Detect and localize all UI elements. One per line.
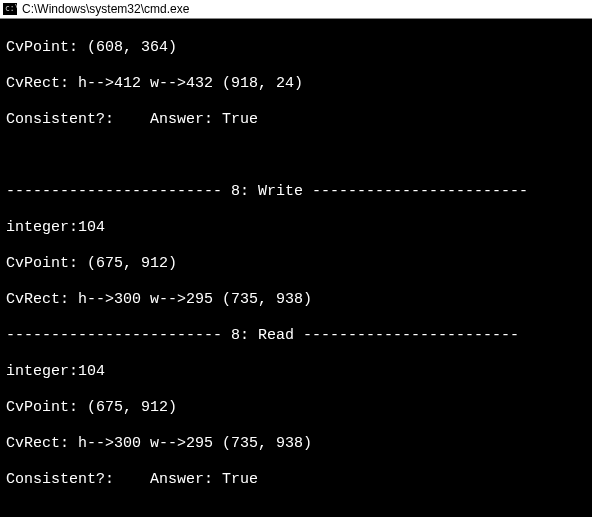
output-line: ------------------------ 8: Read -------… <box>6 327 586 345</box>
output-line <box>6 147 586 165</box>
output-line <box>6 507 586 517</box>
output-line: ------------------------ 8: Write ------… <box>6 183 586 201</box>
terminal-output[interactable]: CvPoint: (608, 364) CvRect: h-->412 w-->… <box>0 19 592 517</box>
cmd-icon: c:\ <box>2 2 18 16</box>
output-line: CvRect: h-->412 w-->432 (918, 24) <box>6 75 586 93</box>
window-titlebar[interactable]: c:\ C:\Windows\system32\cmd.exe <box>0 0 592 19</box>
window-title: C:\Windows\system32\cmd.exe <box>22 0 189 18</box>
svg-text:c:\: c:\ <box>5 4 17 13</box>
output-line: integer:104 <box>6 363 586 381</box>
output-line: CvPoint: (675, 912) <box>6 399 586 417</box>
output-line: Consistent?: Answer: True <box>6 471 586 489</box>
output-line: CvRect: h-->300 w-->295 (735, 938) <box>6 435 586 453</box>
output-line: CvPoint: (675, 912) <box>6 255 586 273</box>
output-line: integer:104 <box>6 219 586 237</box>
output-line: CvRect: h-->300 w-->295 (735, 938) <box>6 291 586 309</box>
output-line: Consistent?: Answer: True <box>6 111 586 129</box>
output-line: CvPoint: (608, 364) <box>6 39 586 57</box>
